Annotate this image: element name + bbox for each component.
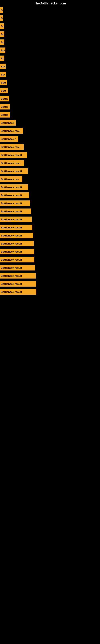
site-title: TheBottlenecker.com [0, 0, 100, 6]
list-item: Bott [0, 78, 100, 86]
list-item: Bottleneck result [0, 280, 100, 288]
bar-34: Bottleneck result [0, 273, 36, 278]
bar-13: Bottle [0, 104, 10, 110]
list-item: Bo [0, 30, 100, 38]
bar-27: Bottleneck result [0, 216, 32, 222]
list-item: Bottleneck res [0, 175, 100, 183]
list-item: Bottleneck result [0, 232, 100, 240]
bar-31: Bottleneck result [0, 249, 34, 254]
bar-18: Bottleneck resu [0, 144, 24, 150]
bar-36: Bottleneck result [0, 289, 36, 295]
list-item: Bottleneck [0, 119, 100, 127]
bar-9: Bot [0, 72, 6, 77]
bar-2: B [0, 15, 3, 21]
bar-25: Bottleneck result [0, 200, 30, 206]
list-item: Bot [0, 70, 100, 78]
bar-20: Bottleneck resu [0, 160, 24, 166]
bar-24: Bottleneck result [0, 192, 29, 198]
bars-container: BBBoBoBoBotBoBotBotBottBottBottleBottleB… [0, 6, 100, 296]
list-item: Bottleneck resu [0, 159, 100, 167]
bar-22: Bottleneck res [0, 176, 22, 182]
list-item: Bottleneck result [0, 183, 100, 191]
list-item: Bottleneck result [0, 191, 100, 199]
list-item: Bo [0, 54, 100, 62]
bar-15: Bottleneck [0, 120, 16, 126]
list-item: Bot [0, 62, 100, 70]
bar-35: Bottleneck result [0, 281, 36, 286]
list-item: Bottleneck resu [0, 143, 100, 151]
list-item: B [0, 14, 100, 22]
bar-4: Bo [0, 32, 4, 37]
bar-33: Bottleneck result [0, 265, 35, 270]
list-item: Bottleneck result [0, 264, 100, 272]
list-item: Bottle [0, 94, 100, 103]
bar-1: B [0, 7, 3, 13]
list-item: Bottleneck r [0, 135, 100, 143]
bar-26: Bottleneck result [0, 208, 31, 214]
list-item: Bottle [0, 103, 100, 111]
list-item: Bottleneck result [0, 248, 100, 256]
bar-6: Bot [0, 48, 5, 53]
bar-12: Bottle [0, 96, 9, 102]
list-item: Bottleneck resu [0, 127, 100, 135]
list-item: Bottleneck result [0, 167, 100, 175]
bar-29: Bottleneck result [0, 233, 33, 238]
list-item: Bott [0, 86, 100, 94]
list-item: Bottleneck result [0, 256, 100, 264]
list-item: Bottleneck result [0, 224, 100, 232]
bar-30: Bottleneck result [0, 241, 34, 246]
bar-28: Bottleneck result [0, 224, 32, 230]
list-item: Bottleneck result [0, 199, 100, 207]
list-item: Bottleneck result [0, 207, 100, 215]
bar-21: Bottleneck result [0, 168, 28, 174]
bar-14: Bottle [0, 112, 10, 118]
list-item: Bo [0, 38, 100, 46]
list-item: Bottle [0, 111, 100, 119]
bar-23: Bottleneck result [0, 184, 28, 190]
list-item: Bottleneck result [0, 151, 100, 159]
list-item: Bottleneck result [0, 240, 100, 248]
bar-5: Bo [0, 40, 4, 45]
list-item: Bottleneck result [0, 288, 100, 296]
bar-16: Bottleneck resu [0, 128, 23, 134]
bar-10: Bott [0, 80, 7, 85]
list-item: Bottleneck result [0, 272, 100, 280]
list-item: Bo [0, 22, 100, 30]
bar-19: Bottleneck result [0, 152, 27, 158]
bar-17: Bottleneck r [0, 136, 18, 142]
bar-32: Bottleneck result [0, 257, 34, 262]
bar-3: Bo [0, 23, 4, 29]
bar-8: Bot [0, 64, 6, 69]
list-item: Bot [0, 46, 100, 54]
list-item: Bottleneck result [0, 215, 100, 224]
list-item: B [0, 6, 100, 14]
bar-11: Bott [0, 88, 8, 94]
bar-7: Bo [0, 56, 4, 61]
